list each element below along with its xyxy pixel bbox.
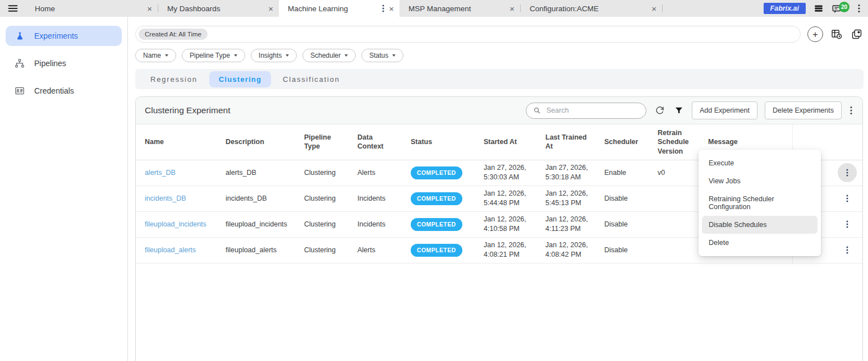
cell-scheduler: Enable — [599, 160, 652, 186]
sidebar-item-label: Pipelines — [34, 59, 66, 68]
cell-name: fileupload_incidents — [136, 211, 220, 237]
cell-retrain-schedule-version — [652, 186, 702, 211]
add-filter-button[interactable]: + — [807, 26, 823, 42]
tab-close-icon[interactable]: × — [147, 4, 152, 13]
cell-description: incidents_DB — [220, 186, 298, 211]
fabrix-logo[interactable]: Fabrix.ai — [764, 3, 806, 14]
tab-clustering[interactable]: Clustering — [209, 71, 271, 87]
browser-tabs: Home×My Dashboards×Machine Learning×MSP … — [26, 0, 663, 17]
menu-item-view-jobs[interactable]: View Jobs — [699, 172, 821, 190]
refresh-icon[interactable] — [654, 105, 666, 115]
cell-data-context: Alerts — [352, 237, 405, 263]
browser-tab-msp-management[interactable]: MSP Management× — [399, 0, 520, 17]
browser-tab-machine-learning[interactable]: Machine Learning× — [279, 0, 399, 17]
tab-menu-kebab-icon[interactable] — [382, 4, 384, 12]
chevron-down-icon — [286, 54, 289, 57]
table-kebab-icon[interactable] — [849, 106, 853, 115]
column-header-started-at: Started At — [478, 124, 540, 160]
cell-last-trained-at: Jan 12, 2026, 5:45:13 PM — [540, 186, 599, 211]
tab-close-icon[interactable]: × — [389, 4, 394, 13]
filter-dropdown-insights[interactable]: Insights — [251, 49, 297, 62]
cell-status: COMPLETED — [405, 211, 478, 237]
menu-item-disable-schedules[interactable]: Disable Schedules — [702, 216, 818, 234]
search-box — [526, 103, 646, 119]
status-badge: COMPLETED — [411, 244, 462, 257]
chevron-down-icon — [345, 54, 348, 57]
tab-regression[interactable]: Regression — [141, 71, 207, 87]
cell-data-context: Incidents — [352, 211, 405, 237]
cell-description: fileupload_incidents — [220, 211, 298, 237]
copy-views-icon[interactable] — [850, 29, 864, 40]
delete-experiments-button[interactable]: Delete Experiments — [765, 101, 842, 119]
table-toolbar: Clustering Experiment Add Experiment Del… — [136, 97, 862, 124]
sidebar-item-credentials[interactable]: Credentials — [6, 81, 122, 101]
filter-dropdown-label: Name — [143, 52, 161, 59]
cell-pipeline-type: Clustering — [298, 237, 352, 263]
tab-label: My Dashboards — [167, 4, 264, 13]
tab-close-icon[interactable]: × — [651, 4, 656, 13]
menu-item-delete[interactable]: Delete — [699, 234, 821, 252]
row-actions-kebab[interactable] — [838, 240, 857, 260]
cell-started-at: Jan 27, 2026, 5:30:03 AM — [478, 160, 540, 186]
cell-started-at: Jan 12, 2026, 5:44:48 PM — [478, 186, 540, 211]
tab-classification[interactable]: Classification — [273, 71, 350, 87]
chevron-down-icon — [392, 54, 396, 57]
notification-count-badge: 20 — [839, 2, 849, 12]
stack-icon[interactable] — [814, 3, 824, 13]
tab-label: Home — [35, 4, 143, 13]
browser-tab-home[interactable]: Home× — [26, 0, 158, 17]
filter-dropdown-label: Pipeline Type — [190, 52, 230, 59]
cell-retrain-schedule-version: v0 — [652, 160, 702, 186]
cell-data-context: Alerts — [352, 160, 405, 186]
cell-scheduler: Disable — [599, 237, 652, 263]
cell-data-context: Incidents — [352, 186, 405, 211]
sidebar-item-experiments[interactable]: Experiments — [6, 26, 122, 46]
filter-dropdown-scheduler[interactable]: Scheduler — [302, 49, 356, 62]
cell-started-at: Jan 12, 2026, 4:08:21 PM — [478, 237, 540, 263]
column-header-description: Description — [220, 124, 298, 160]
cell-description: alerts_DB — [220, 160, 298, 186]
pipeline-type-tabs: RegressionClusteringClassification — [135, 69, 864, 89]
filter-dropdown-label: Insights — [259, 52, 282, 59]
add-experiment-button[interactable]: Add Experiment — [692, 101, 757, 119]
credentials-icon — [14, 86, 25, 96]
tab-label: Configuration:ACME — [530, 4, 647, 13]
tab-close-icon[interactable]: × — [509, 4, 515, 13]
tab-close-icon[interactable]: × — [268, 4, 273, 13]
filter-dropdown-name[interactable]: Name — [135, 49, 176, 62]
row-actions-kebab[interactable] — [838, 215, 857, 234]
hamburger-menu-icon[interactable] — [0, 0, 26, 17]
table-clock-icon[interactable] — [830, 29, 843, 40]
sidebar-item-label: Experiments — [34, 31, 78, 40]
filter-dropdown-status[interactable]: Status — [361, 49, 403, 62]
menu-item-retraining-scheduler-configuration[interactable]: Retraining Scheduler Configuration — [699, 190, 821, 216]
filter-dropdown-pipeline-type[interactable]: Pipeline Type — [182, 49, 245, 62]
search-input[interactable] — [545, 106, 639, 115]
menu-item-execute[interactable]: Execute — [699, 154, 821, 172]
chat-button[interactable]: 20 — [832, 3, 842, 14]
sidebar-item-pipelines[interactable]: Pipelines — [6, 53, 122, 73]
filter-bar: Created At: All Time + — [135, 26, 864, 43]
chevron-down-icon — [165, 54, 168, 57]
row-actions-kebab[interactable] — [838, 189, 857, 208]
experiment-name-link[interactable]: fileupload_alerts — [145, 246, 196, 254]
row-actions-kebab[interactable] — [838, 163, 857, 182]
row-context-menu: ExecuteView JobsRetraining Scheduler Con… — [699, 150, 821, 256]
flask-icon — [14, 31, 25, 41]
table-title: Clustering Experiment — [145, 105, 518, 115]
cell-status: COMPLETED — [405, 237, 478, 263]
experiment-name-link[interactable]: alerts_DB — [145, 169, 176, 177]
sidebar-item-label: Credentials — [34, 86, 74, 95]
browser-tab-my-dashboards[interactable]: My Dashboards× — [158, 0, 279, 17]
topbar-kebab-icon[interactable] — [858, 4, 860, 13]
filter-funnel-icon[interactable] — [673, 106, 685, 115]
cell-pipeline-type: Clustering — [298, 186, 352, 211]
browser-tab-configuration-acme[interactable]: Configuration:ACME× — [521, 0, 662, 17]
cell-status: COMPLETED — [405, 160, 478, 186]
cell-scheduler: Disable — [599, 186, 652, 211]
filter-chip-created-at[interactable]: Created At: All Time — [139, 29, 208, 40]
pipeline-icon — [14, 58, 25, 68]
cell-name: fileupload_alerts — [136, 237, 220, 263]
experiment-name-link[interactable]: incidents_DB — [145, 195, 186, 202]
experiment-name-link[interactable]: fileupload_incidents — [145, 220, 206, 228]
